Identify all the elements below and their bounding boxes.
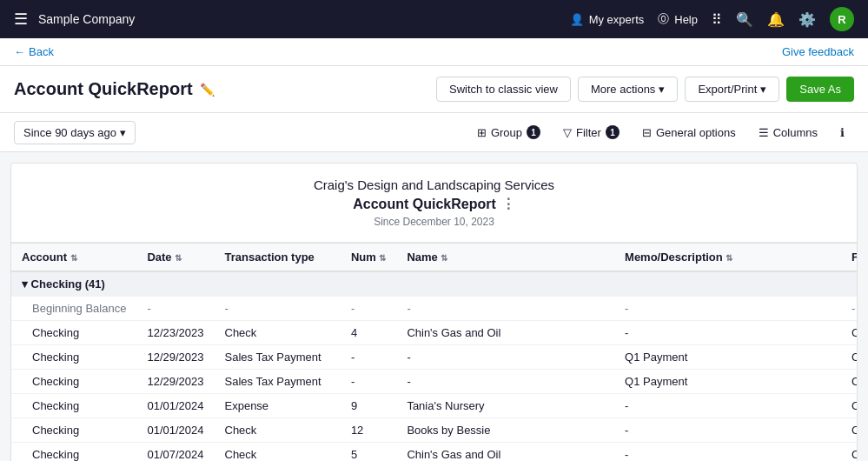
columns-button[interactable]: ☰ Columns	[749, 121, 827, 144]
report-container: Craig's Design and Landscaping Services …	[10, 163, 858, 461]
num-cell: 9	[341, 394, 397, 418]
give-feedback-link[interactable]: Give feedback	[782, 45, 854, 58]
memo-cell: -	[614, 321, 841, 345]
apps-grid-icon[interactable]: ⠿	[712, 11, 722, 28]
table-row[interactable]: Checking 01/01/2024 Check 12 Books by Be…	[11, 418, 857, 443]
date-column-header[interactable]: Date ⇅	[136, 244, 214, 272]
account-cell: Checking	[11, 321, 136, 345]
group-toggle[interactable]: ▾ Checking (41)	[11, 271, 857, 297]
fullname-column-header[interactable]: Full name ⇅	[841, 244, 857, 272]
group-icon: ⊞	[477, 126, 487, 139]
export-print-button[interactable]: Export/Print ▾	[685, 77, 779, 102]
name-cell: -	[396, 297, 614, 321]
memo-cell: -	[614, 443, 841, 462]
table-row[interactable]: Checking 12/23/2023 Check 4 Chin's Gas a…	[11, 321, 857, 345]
table-row[interactable]: Checking 01/01/2024 Expense 9 Tania's Nu…	[11, 394, 857, 418]
table-row[interactable]: Checking 12/29/2023 Sales Tax Payment - …	[11, 370, 857, 394]
sort-icon: ⇅	[70, 253, 77, 263]
sliders-icon: ⊟	[642, 126, 652, 139]
filter-button[interactable]: ▽ Filter 1	[553, 120, 629, 144]
info-icon: ℹ	[840, 126, 845, 139]
save-as-button[interactable]: Save As	[786, 77, 854, 102]
account-cell: Beginning Balance	[11, 297, 136, 321]
avatar[interactable]: R	[830, 7, 854, 31]
switch-classic-view-button[interactable]: Switch to classic view	[436, 77, 571, 102]
memo-cell: -	[614, 297, 841, 321]
memo-cell: -	[614, 394, 841, 418]
group-button[interactable]: ⊞ Group 1	[467, 120, 550, 144]
table-row[interactable]: Checking 01/07/2024 Check 5 Chin's Gas a…	[11, 443, 857, 462]
hamburger-menu-icon[interactable]: ☰	[14, 10, 28, 29]
num-cell: -	[341, 297, 397, 321]
report-header: Craig's Design and Landscaping Services …	[11, 164, 857, 243]
type-column-header[interactable]: Transaction type	[215, 244, 341, 272]
columns-icon: ☰	[759, 126, 769, 139]
sort-icon: ⇅	[726, 253, 732, 263]
table-wrapper: Account ⇅ Date ⇅ Transaction type Num ⇅ …	[11, 243, 857, 461]
memo-column-header[interactable]: Memo/Description ⇅	[614, 244, 841, 272]
date-cell: 01/07/2024	[136, 443, 214, 462]
type-cell: Sales Tax Payment	[215, 370, 341, 394]
page-header: Account QuickReport ✏️ Switch to classic…	[0, 66, 868, 113]
type-cell: Check	[215, 443, 341, 462]
account-cell: Checking	[11, 418, 136, 443]
account-cell: Checking	[11, 443, 136, 462]
group-header-row[interactable]: ▾ Checking (41)	[11, 271, 857, 297]
filter-bar: Since 90 days ago ▾ ⊞ Group 1 ▽ Filter 1…	[0, 113, 868, 152]
name-cell: -	[396, 345, 614, 370]
memo-cell: Q1 Payment	[614, 345, 841, 370]
num-cell: 4	[341, 321, 397, 345]
name-cell: Chin's Gas and Oil	[396, 321, 614, 345]
back-link[interactable]: ← Back	[14, 45, 54, 58]
edit-icon[interactable]: ✏️	[200, 83, 215, 97]
report-date: Since December 10, 2023	[25, 216, 843, 228]
date-cell: -	[136, 297, 214, 321]
sort-icon: ⇅	[175, 253, 182, 263]
info-button[interactable]: ℹ	[831, 121, 854, 144]
date-cell: 12/29/2023	[136, 345, 214, 370]
table-row[interactable]: Beginning Balance - - - - - - -	[11, 297, 857, 321]
account-column-header[interactable]: Account ⇅	[11, 244, 136, 272]
general-options-button[interactable]: ⊟ General options	[633, 121, 745, 144]
account-cell: Checking	[11, 394, 136, 418]
num-column-header[interactable]: Num ⇅	[341, 244, 397, 272]
more-actions-button[interactable]: More actions ▾	[578, 77, 678, 102]
type-cell: Check	[215, 321, 341, 345]
date-cell: 12/29/2023	[136, 370, 214, 394]
page-title: Account QuickReport	[14, 79, 193, 99]
settings-icon[interactable]: ⚙️	[798, 11, 816, 28]
chevron-down-icon: ▾	[760, 83, 766, 96]
name-cell: Tania's Nursery	[396, 394, 614, 418]
sort-icon: ⇅	[379, 253, 386, 263]
name-cell: -	[396, 370, 614, 394]
transactions-table: Account ⇅ Date ⇅ Transaction type Num ⇅ …	[11, 243, 857, 461]
my-experts-link[interactable]: 👤 My experts	[570, 13, 645, 26]
sort-icon: ⇅	[441, 253, 447, 263]
company-name: Sample Company	[38, 12, 135, 26]
help-link[interactable]: ⓪ Help	[658, 11, 698, 27]
fullname-cell: Checking	[841, 418, 857, 443]
table-row[interactable]: Checking 12/29/2023 Sales Tax Payment - …	[11, 345, 857, 370]
chevron-down-icon: ▾	[120, 126, 126, 139]
date-range-selector[interactable]: Since 90 days ago ▾	[14, 121, 136, 144]
help-icon: ⓪	[658, 11, 669, 27]
filter-badge: 1	[606, 125, 620, 139]
fullname-cell: Checking	[841, 370, 857, 394]
chevron-down-icon: ▾	[659, 83, 665, 96]
name-cell: Chin's Gas and Oil	[396, 443, 614, 462]
report-company: Craig's Design and Landscaping Services	[25, 177, 843, 192]
name-column-header[interactable]: Name ⇅	[396, 244, 614, 272]
more-options-icon[interactable]: ⋮	[501, 196, 515, 212]
top-navigation: ☰ Sample Company 👤 My experts ⓪ Help ⠿ 🔍…	[0, 0, 868, 38]
fullname-cell: Checking	[841, 394, 857, 418]
num-cell: 5	[341, 443, 397, 462]
num-cell: -	[341, 370, 397, 394]
date-cell: 12/23/2023	[136, 321, 214, 345]
date-cell: 01/01/2024	[136, 394, 214, 418]
notifications-icon[interactable]: 🔔	[767, 11, 785, 28]
back-arrow-icon: ←	[14, 45, 25, 58]
name-cell: Books by Bessie	[396, 418, 614, 443]
num-cell: -	[341, 345, 397, 370]
search-icon[interactable]: 🔍	[736, 11, 753, 28]
date-cell: 01/01/2024	[136, 418, 214, 443]
